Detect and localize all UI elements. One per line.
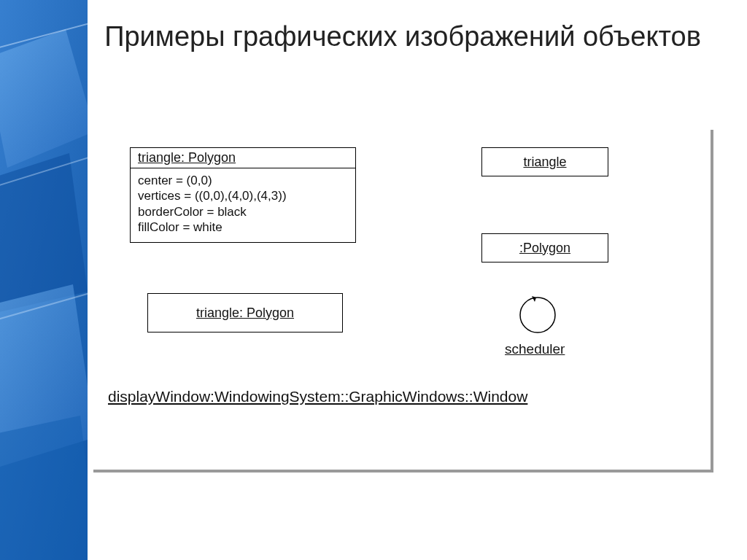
uml-object-triangle-polygon-short: triangle: Polygon	[147, 293, 343, 332]
slide-title: Примеры графических изображений объектов	[88, 20, 718, 54]
uml-active-object-label: scheduler	[505, 341, 565, 357]
slide: Примеры графических изображений объектов…	[0, 0, 747, 560]
svg-point-8	[520, 298, 555, 332]
uml-object-title: triangle: Polygon	[196, 306, 294, 321]
uml-object-triangle: triangle	[481, 147, 608, 176]
content-frame: triangle: Polygon center = (0,0) vertice…	[88, 124, 708, 467]
uml-object-triangle-polygon-full: triangle: Polygon center = (0,0) vertice…	[130, 147, 356, 243]
uml-object-attributes: center = (0,0) vertices = ((0,0),(4,0),(…	[131, 168, 355, 242]
active-object-icon	[512, 293, 563, 337]
uml-object-title: :Polygon	[519, 241, 570, 256]
uml-object-title: triangle: Polygon	[131, 148, 355, 168]
uml-object-title: triangle	[523, 155, 566, 170]
uml-object-qualified-name: displayWindow:WindowingSystem::GraphicWi…	[108, 388, 527, 405]
uml-object-anonymous-polygon: :Polygon	[481, 233, 608, 262]
